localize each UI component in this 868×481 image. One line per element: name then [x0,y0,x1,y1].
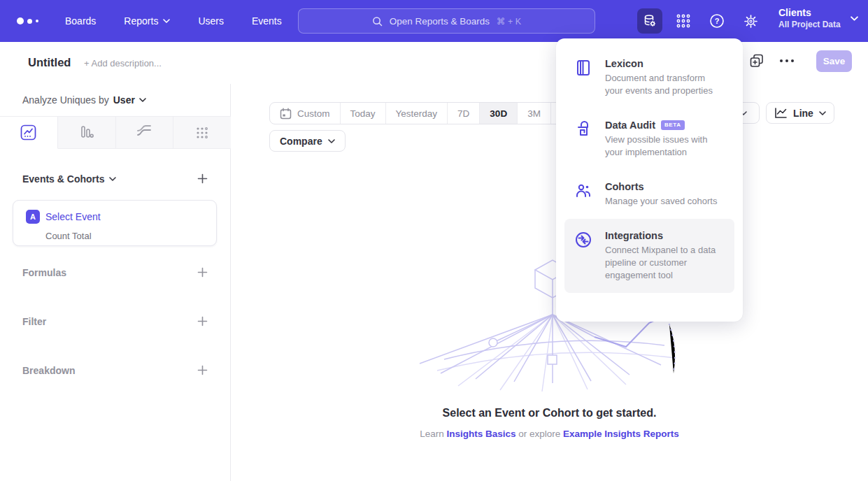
global-search-input[interactable]: Open Reports & Boards ⌘ + K [298,8,595,34]
gear-icon [743,13,759,29]
book-icon [574,59,592,97]
chevron-down-icon [109,177,116,181]
nav-events[interactable]: Events [252,15,282,27]
nav-events-label: Events [252,15,282,27]
analyze-by-dropdown[interactable]: User [113,94,146,106]
menu-item-integrations[interactable]: Integrations Connect Mixpanel to a data … [564,219,734,293]
project-name: Clients [778,7,841,18]
events-cohorts-header[interactable]: Events & Cohorts [22,173,116,185]
integrations-description: Connect Mixpanel to a data pipeline or c… [605,244,725,282]
search-icon [372,16,383,27]
beta-badge: BETA [661,120,685,130]
query-sidebar: Analyze Uniques by User [0,84,231,481]
filter-label: Filter [22,316,46,327]
compare-label: Compare [280,136,322,147]
save-button[interactable]: Save [816,50,852,72]
top-icon-group: ? [637,8,763,34]
project-selector[interactable]: Clients All Project Data [778,7,858,29]
audit-icon [574,120,592,159]
add-event-button[interactable] [197,173,208,184]
top-navbar: Boards Reports Users Events Open Reports… [0,0,868,42]
integrations-icon [574,231,592,282]
events-cohorts-section: Events & Cohorts [0,173,231,187]
database-gear-icon [642,13,657,29]
range-3m[interactable]: 3M [518,103,551,124]
data-audit-description: View possible issues with your implement… [605,134,725,159]
add-breakdown-button[interactable] [197,365,208,375]
copy-plus-icon [748,52,765,69]
help-icon: ? [709,13,725,29]
breakdown-label: Breakdown [22,365,75,376]
line-chart-mini-icon [774,107,788,119]
tab-bar-chart[interactable] [58,117,116,148]
duplicate-button[interactable] [748,52,765,69]
range-custom-label: Custom [297,108,330,119]
report-title[interactable]: Untitled [28,56,71,69]
count-total-label[interactable]: Count Total [45,231,92,241]
chart-type-label: Line [793,108,813,119]
more-options-button[interactable] [778,55,796,67]
help-button[interactable]: ? [704,8,730,34]
range-yesterday[interactable]: Yesterday [386,103,448,124]
range-30d-label: 30D [490,108,507,119]
analyze-by-control: Analyze Uniques by User [22,94,146,106]
empty-state-subtitle: Learn Insights Basics or explore Example… [231,429,868,439]
tab-metrics[interactable] [173,117,231,148]
chevron-down-icon [163,19,170,23]
chevron-down-icon [139,98,146,102]
settings-button[interactable] [738,8,763,34]
insights-basics-link[interactable]: Insights Basics [446,429,515,439]
example-reports-link[interactable]: Example Insights Reports [563,429,679,439]
flow-icon [136,124,152,141]
analyze-by-label: Analyze Uniques by [22,94,109,106]
event-card[interactable]: A Select Event Count Total [13,200,217,246]
explore-text: or explore [518,429,560,439]
analyze-by-value: User [113,94,135,106]
add-formula-button[interactable] [197,267,208,278]
apps-grid-icon [676,13,691,29]
chart-area: Custom Today Yesterday 7D 30D 3M 6M Comp… [231,84,868,481]
report-description-placeholder[interactable]: + Add description... [84,58,162,69]
range-30d[interactable]: 30D [480,103,518,124]
chevron-down-icon [328,139,335,143]
range-3m-label: 3M [527,108,541,119]
plus-icon [197,267,208,278]
breakdown-section: Breakdown [0,365,231,379]
date-range-control: Custom Today Yesterday 7D 30D 3M 6M [269,102,585,124]
nav-boards[interactable]: Boards [65,15,96,27]
select-event-label[interactable]: Select Event [45,211,101,222]
search-placeholder: Open Reports & Boards [390,16,490,27]
menu-item-cohorts[interactable]: Cohorts Manage your saved cohorts [564,170,734,219]
add-filter-button[interactable] [197,316,208,326]
nav-reports-label: Reports [124,15,158,27]
plus-icon [197,365,208,375]
empty-state-title: Select an Event or Cohort to get started… [231,407,868,419]
data-management-menu: Lexicon Document and transform your even… [556,38,743,322]
range-7d[interactable]: 7D [448,103,480,124]
nav-reports[interactable]: Reports [124,15,170,27]
nav-users[interactable]: Users [198,15,224,27]
compare-button[interactable]: Compare [269,130,346,152]
plus-icon [197,173,208,184]
formulas-section: Formulas [0,267,231,281]
menu-item-data-audit[interactable]: Data Audit BETA View possible issues wit… [564,108,734,170]
nav-users-label: Users [198,15,224,27]
learn-text: Learn [420,429,444,439]
tab-flow-chart[interactable] [116,117,174,148]
cohorts-icon [574,182,592,208]
data-management-button[interactable] [637,8,662,34]
lexicon-title: Lexicon [605,58,643,69]
range-today[interactable]: Today [341,103,386,124]
dots-grid-icon [194,125,210,141]
tab-line-chart[interactable] [0,117,58,149]
chart-type-dropdown[interactable]: Line [766,102,834,124]
svg-text:?: ? [715,17,720,25]
apps-grid-button[interactable] [671,8,696,34]
filter-section: Filter [0,316,231,330]
ellipsis-icon [779,59,795,63]
nav-boards-label: Boards [65,15,96,27]
mixpanel-logo-icon[interactable] [17,17,38,24]
menu-item-lexicon[interactable]: Lexicon Document and transform your even… [564,47,734,108]
range-custom[interactable]: Custom [270,103,341,124]
bar-chart-icon [78,124,94,141]
